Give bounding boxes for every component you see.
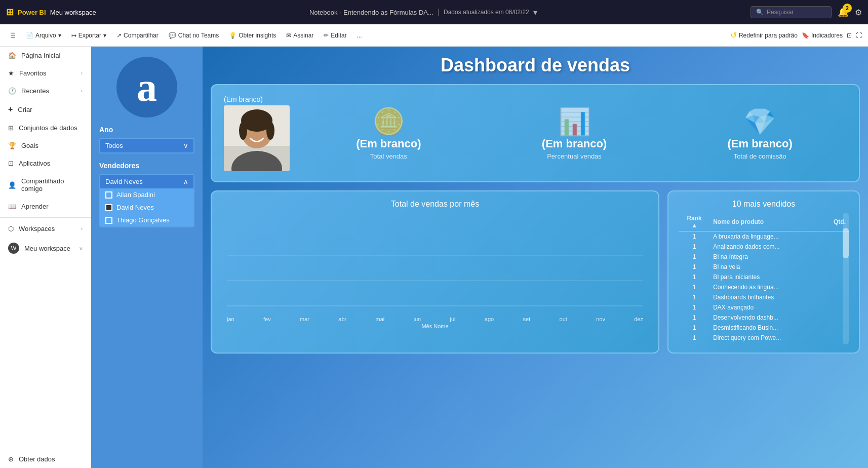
- table-row: 1 Desmistificando Busin...: [679, 323, 849, 333]
- arquivo-button[interactable]: 📄 Arquivo ▾: [22, 30, 65, 41]
- workspace-icon: W: [8, 243, 19, 254]
- name-cell: Direct query com Powe...: [710, 333, 821, 343]
- editar-button[interactable]: ✏ Editar: [320, 30, 350, 41]
- sidebar-item-workspaces[interactable]: ⬡ Workspaces ›: [0, 220, 91, 238]
- search-placeholder: Pesquisar: [767, 9, 794, 16]
- sidebar-item-aprender[interactable]: 📖 Aprender: [0, 198, 91, 215]
- topbar-center: Notebook - Entendendo as Fórmulas DA... …: [102, 8, 744, 17]
- sidebar-item-aplicativos[interactable]: ⊡ Aplicativos: [0, 154, 91, 172]
- exportar-button[interactable]: ↦ Exportar ▾: [67, 30, 110, 41]
- chat-teams-button[interactable]: 💬 Chat no Teams: [165, 30, 223, 41]
- chevron-icon: ▾: [58, 32, 61, 39]
- vendedores-filter-section: Vendedores David Neves ∧ Allan Spadini D…: [99, 162, 194, 227]
- checkbox-1[interactable]: [105, 204, 112, 211]
- checkbox-2[interactable]: [105, 217, 112, 224]
- chevron-icon: ▾: [103, 32, 106, 39]
- svg-point-6: [266, 122, 274, 140]
- fullscreen-icon: ⛶: [856, 32, 862, 39]
- workspace-name: Meu workspace: [50, 9, 96, 16]
- grid-icon: ⊞: [6, 7, 14, 18]
- vendedor-name-2: Thiago Gonçalves: [116, 216, 170, 224]
- sidebar-item-recentes[interactable]: 🕐 Recentes ›: [0, 82, 91, 100]
- vendedor-item-2[interactable]: Thiago Gonçalves: [100, 214, 193, 226]
- checkbox-0[interactable]: [105, 191, 112, 199]
- sidebar-item-label: Goals: [21, 142, 38, 149]
- workspaces-icon: ⬡: [8, 225, 14, 232]
- sidebar-item-get-data[interactable]: ⊕ Obter dados: [0, 450, 91, 468]
- rank-cell: 1: [679, 231, 710, 242]
- app-name: Power BI: [18, 9, 46, 16]
- table-row: 1 Analizando dados com...: [679, 242, 849, 252]
- sort-up-icon[interactable]: ▲: [682, 222, 707, 229]
- name-cell: BI na íntegra: [710, 252, 821, 262]
- more-button[interactable]: ...: [353, 30, 366, 41]
- apps-icon: ⊡: [8, 160, 14, 167]
- sidebar-item-label: Criar: [18, 106, 32, 113]
- rank-cell: 1: [679, 313, 710, 323]
- edit-icon: ✏: [324, 32, 329, 39]
- home-icon: 🏠: [8, 52, 16, 59]
- percent-icon: 📊: [558, 106, 591, 137]
- scrollbar-track[interactable]: [843, 213, 849, 344]
- hamburger-menu[interactable]: ☰: [6, 30, 20, 41]
- table-row: 1 DAX avançado: [679, 302, 849, 313]
- scrollbar-thumb[interactable]: [843, 228, 849, 258]
- top-card-name-section: (Em branco): [224, 95, 290, 171]
- teams-icon: 💬: [169, 32, 176, 39]
- sidebar-item-compartilhado[interactable]: 👤 Compartilhado comigo: [0, 172, 91, 198]
- chevron-down-icon: ∨: [183, 142, 188, 149]
- book-icon: 📖: [8, 203, 16, 210]
- vendedor-item-1[interactable]: David Neves: [100, 201, 193, 214]
- name-cell: DAX avançado: [710, 302, 821, 313]
- dataset-icon: ⊞: [8, 124, 14, 132]
- coin-icon: 🪙: [372, 106, 405, 137]
- ano-filter-section: Ano Todos ∨: [99, 126, 194, 153]
- settings-icon[interactable]: ⚙: [855, 8, 862, 17]
- chevron-right-icon: ›: [81, 88, 83, 94]
- vendedor-item-0[interactable]: Allan Spadini: [100, 188, 193, 201]
- sidebar-item-my-workspace[interactable]: W Meu workspace ∨: [0, 238, 91, 259]
- topbar-right: 🔍 Pesquisar 🔔 2 ⚙: [751, 6, 862, 18]
- obter-insights-button[interactable]: 💡 Obter insights: [225, 30, 280, 41]
- reset-button[interactable]: ↺ Redefinir para padrão: [730, 30, 798, 40]
- name-cell: A bruxaria da linguage...: [710, 231, 821, 242]
- search-box[interactable]: 🔍 Pesquisar: [751, 6, 832, 18]
- shared-icon: 👤: [8, 181, 16, 189]
- name-cell: Desenvolvendo dashb...: [710, 313, 821, 323]
- vendedores-selected[interactable]: David Neves ∧: [100, 175, 193, 188]
- fullscreen-button[interactable]: ⛶: [856, 32, 862, 39]
- rank-cell: 1: [679, 333, 710, 343]
- month-jul: jul: [450, 316, 456, 322]
- ribbon-right: ↺ Redefinir para padrão 🔖 Indicadores ⊡ …: [730, 30, 862, 40]
- indicators-button[interactable]: 🔖 Indicadores: [802, 32, 843, 39]
- compartilhar-button[interactable]: ↗ Compartilhar: [112, 30, 163, 41]
- rank-cell: 1: [679, 252, 710, 262]
- sidebar-item-goals[interactable]: 🏆 Goals: [0, 137, 91, 154]
- vendedores-listbox: David Neves ∧ Allan Spadini David Neves …: [99, 174, 194, 227]
- plus-icon: +: [8, 105, 13, 114]
- bar-chart-svg: [227, 215, 643, 316]
- table-row: 1 Direct query com Powe...: [679, 333, 849, 343]
- data-updated: Dados atualizados em 06/02/22: [444, 9, 529, 16]
- month-nov: nov: [596, 316, 605, 322]
- chevron-up-icon: ∧: [183, 178, 188, 185]
- ano-dropdown[interactable]: Todos ∨: [99, 138, 194, 153]
- rank-cell: 1: [679, 343, 710, 344]
- top10-table: Rank ▲ Nome do produto Qtd. 1 A bruxaria…: [679, 213, 849, 344]
- chevron-down-icon[interactable]: ▾: [533, 8, 537, 17]
- col-rank: Rank ▲: [679, 213, 710, 231]
- star-icon: ★: [8, 69, 14, 77]
- assinar-button[interactable]: ✉ Assinar: [282, 30, 318, 41]
- chevron-right-icon: ›: [81, 70, 83, 76]
- sidebar-item-favoritos[interactable]: ★ Favoritos ›: [0, 64, 91, 82]
- month-set: set: [523, 316, 531, 322]
- sidebar-item-home[interactable]: 🏠 Página Inicial: [0, 47, 91, 64]
- commission-icon: 💎: [743, 106, 776, 137]
- share-icon: ↗: [116, 32, 122, 39]
- chevron-down-icon: ∨: [79, 246, 83, 251]
- fit-button[interactable]: ⊡: [847, 32, 852, 39]
- rank-cell: 1: [679, 302, 710, 313]
- sidebar-item-criar[interactable]: + Criar: [0, 100, 91, 119]
- sidebar-item-datasets[interactable]: ⊞ Conjuntos de dados: [0, 119, 91, 137]
- insights-icon: 💡: [229, 32, 236, 39]
